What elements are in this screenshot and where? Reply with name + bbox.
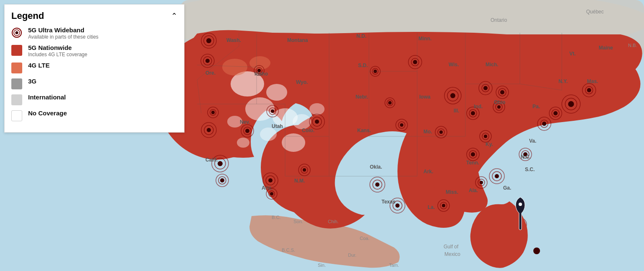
svg-text:S.D.: S.D. (358, 63, 368, 68)
svg-point-119 (303, 168, 306, 172)
svg-text:Vt.: Vt. (569, 51, 576, 57)
legend-item-4glte: 4G LTE (11, 62, 177, 73)
svg-text:Gulf of: Gulf of (444, 244, 459, 250)
svg-text:Colo.: Colo. (302, 128, 314, 133)
svg-point-31 (218, 161, 223, 166)
svg-text:Okla.: Okla. (370, 164, 382, 170)
legend-item-5gnw: 5G Nationwide Includes 4G LTE coverage (11, 44, 177, 57)
svg-point-46 (375, 182, 379, 187)
svg-text:Coa.: Coa. (360, 236, 369, 241)
svg-point-85 (542, 122, 546, 126)
svg-text:Calif.: Calif. (205, 157, 218, 163)
svg-text:Sin.: Sin. (318, 263, 326, 268)
svg-point-12 (260, 128, 277, 141)
svg-text:N.Y.: N.Y. (558, 78, 568, 84)
svg-text:Ky.: Ky. (486, 141, 493, 147)
svg-text:Ind.: Ind. (474, 104, 483, 109)
svg-point-40 (245, 129, 249, 133)
svg-point-37 (268, 178, 273, 182)
svg-point-15 (309, 103, 325, 115)
svg-text:Ore.: Ore. (205, 70, 216, 76)
svg-point-28 (207, 128, 211, 132)
map-container: Wash. Ore. Calif. Idaho Nev. Utah Ariz. … (0, 0, 644, 271)
svg-text:Nev.: Nev. (240, 119, 250, 125)
svg-text:Pa.: Pa. (532, 104, 540, 109)
svg-point-79 (480, 181, 483, 184)
legend-item-uwb: 5G Ultra Wideband Available in parts of … (11, 26, 177, 40)
svg-point-22 (206, 38, 211, 43)
svg-text:Son.: Son. (293, 219, 303, 224)
svg-point-91 (568, 101, 574, 107)
svg-point-17 (237, 138, 249, 148)
svg-point-67 (497, 105, 501, 109)
svg-text:N.M.: N.M. (294, 178, 305, 184)
svg-text:N.C.: N.C. (521, 154, 531, 160)
legend-text-intl: International (28, 94, 66, 101)
legend-text-4glte: 4G LTE (28, 62, 49, 69)
svg-text:Tam.: Tam. (389, 263, 399, 268)
svg-point-122 (270, 192, 273, 195)
svg-text:Utah: Utah (272, 123, 283, 129)
svg-text:Mo.: Mo. (423, 129, 432, 135)
svg-text:Mexico: Mexico (444, 251, 460, 257)
legend-item-intl: International (11, 94, 177, 105)
svg-text:Miss.: Miss. (446, 189, 458, 195)
legend-header: Legend ⌃ (11, 10, 177, 21)
svg-point-70 (471, 111, 475, 115)
legend-item-nocov: No Coverage (11, 109, 177, 121)
svg-text:La.: La. (428, 204, 435, 210)
svg-text:Minn.: Minn. (418, 36, 431, 42)
svg-point-13 (282, 133, 305, 152)
legend-title: Legend (11, 10, 44, 21)
legend-text-nocov: No Coverage (28, 109, 67, 117)
svg-point-94 (587, 88, 591, 92)
svg-point-107 (484, 135, 487, 138)
svg-point-125 (211, 111, 215, 114)
svg-text:Ariz.: Ariz. (262, 185, 273, 191)
legend-swatch-nocov (11, 110, 22, 121)
svg-point-49 (395, 203, 400, 208)
legend-text-5gnw: 5G Nationwide Includes 4G LTE coverage (28, 44, 87, 57)
legend-collapse-button[interactable]: ⌃ (171, 11, 177, 21)
svg-point-73 (471, 152, 475, 156)
svg-text:Ga.: Ga. (503, 185, 511, 191)
svg-point-110 (442, 204, 445, 207)
legend-label-5gnw: 5G Nationwide (28, 44, 87, 51)
svg-point-98 (533, 248, 540, 254)
svg-point-204 (519, 203, 522, 206)
legend-label-uwb: 5G Ultra Wideband (28, 26, 99, 34)
svg-text:N.D.: N.D. (356, 33, 366, 39)
svg-text:Ohio: Ohio (494, 99, 505, 105)
svg-point-104 (439, 130, 443, 134)
svg-text:Wyo.: Wyo. (296, 79, 308, 85)
svg-point-61 (483, 86, 488, 90)
legend-label-3g: 3G (28, 78, 36, 85)
svg-point-43 (315, 120, 319, 124)
svg-text:Ill.: Ill. (454, 108, 459, 114)
svg-point-207 (16, 31, 18, 34)
svg-point-34 (220, 178, 224, 182)
legend-panel: Legend ⌃ 5G Ultra Wideband Available in … (4, 4, 184, 133)
svg-point-101 (388, 101, 392, 104)
svg-point-58 (450, 93, 455, 98)
legend-sub-uwb: Available in parts of these cities (28, 34, 99, 40)
legend-swatch-uwb (11, 27, 22, 38)
legend-swatch-intl (11, 94, 22, 105)
svg-text:Nebr.: Nebr. (356, 94, 368, 100)
legend-sub-5gnw: Includes 4G LTE coverage (28, 52, 87, 57)
svg-point-55 (413, 60, 417, 64)
legend-label-nocov: No Coverage (28, 109, 67, 117)
svg-point-64 (500, 90, 504, 94)
svg-point-14 (293, 114, 311, 129)
svg-point-76 (495, 174, 499, 178)
svg-point-18 (222, 59, 247, 76)
svg-text:Ark.: Ark. (423, 169, 433, 175)
svg-point-52 (400, 123, 403, 127)
legend-swatch-4glte (11, 63, 22, 73)
svg-text:Mas.: Mas. (587, 78, 598, 84)
svg-point-113 (271, 109, 274, 113)
legend-label-4glte: 4G LTE (28, 62, 49, 69)
svg-text:Wash.: Wash. (226, 37, 241, 43)
legend-text-3g: 3G (28, 78, 36, 85)
svg-text:Chih.: Chih. (328, 219, 339, 224)
